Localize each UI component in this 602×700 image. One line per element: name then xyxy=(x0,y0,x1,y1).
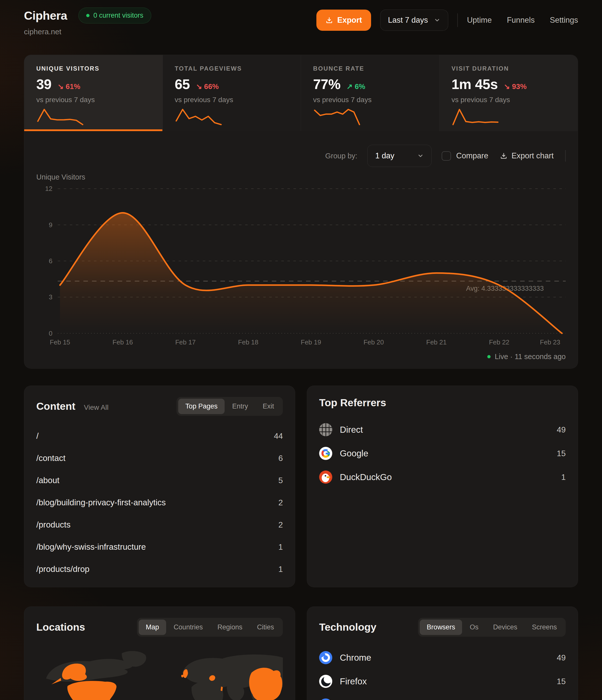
page-path: /products/drop xyxy=(36,564,90,574)
technology-card-title: Technology xyxy=(319,621,376,633)
referrer-count: 15 xyxy=(557,449,566,458)
chevron-down-icon xyxy=(434,17,441,23)
page-count: 2 xyxy=(278,498,283,507)
page-count: 5 xyxy=(278,476,283,485)
technology-tabs: Browsers Os Devices Screens xyxy=(418,618,566,637)
tab-browsers[interactable]: Browsers xyxy=(420,620,462,635)
header-nav: Uptime Funnels Settings xyxy=(467,16,578,25)
stat-label: UNIQUE VISITORS xyxy=(36,65,150,72)
brand-block: Ciphera 0 current visitors ciphera.net xyxy=(24,7,151,36)
group-by-select[interactable]: 1 day xyxy=(367,145,432,167)
page-count: 1 xyxy=(278,565,283,574)
compare-toggle[interactable]: Compare xyxy=(442,151,488,160)
browser-count: 49 xyxy=(557,653,566,662)
live-dot-icon xyxy=(487,355,491,358)
content-tabs: Top Pages Entry Exit xyxy=(176,397,283,416)
browser-count: 15 xyxy=(557,677,566,686)
nav-item-uptime[interactable]: Uptime xyxy=(467,16,492,25)
svg-text:Feb 20: Feb 20 xyxy=(363,339,384,346)
stat-delta: ↘ 66% xyxy=(196,82,219,91)
browser-row-firefox[interactable]: Firefox 15 xyxy=(319,670,566,693)
compare-label: Compare xyxy=(456,151,488,160)
stat-delta: ↘ 93% xyxy=(504,82,527,91)
compare-checkbox[interactable] xyxy=(442,151,451,160)
stat-compare-label: vs previous 7 days xyxy=(175,96,289,104)
technology-card: Technology Browsers Os Devices Screens C… xyxy=(307,606,578,700)
analytics-chart-card: UNIQUE VISITORS 39 ↘ 61% vs previous 7 d… xyxy=(24,55,578,369)
svg-text:Feb 19: Feb 19 xyxy=(301,339,321,346)
tab-top-pages[interactable]: Top Pages xyxy=(178,399,225,414)
referrer-row-google[interactable]: Google 15 xyxy=(319,442,566,465)
content-row[interactable]: /contact6 xyxy=(36,447,283,469)
middle-cards-grid: Content View All Top Pages Entry Exit /4… xyxy=(24,385,578,587)
chart-controls: Group by: 1 day Compare Export chart xyxy=(36,145,566,167)
current-visitors-label: 0 current visitors xyxy=(94,11,144,19)
content-row[interactable]: /about5 xyxy=(36,469,283,492)
tab-screens[interactable]: Screens xyxy=(525,620,564,635)
nav-item-funnels[interactable]: Funnels xyxy=(507,16,535,25)
page-count: 2 xyxy=(278,520,283,529)
sparkline-chart xyxy=(36,108,84,126)
tab-exit[interactable]: Exit xyxy=(256,399,281,414)
chart-body: Group by: 1 day Compare Export chart Uni… xyxy=(24,145,578,368)
referrer-label: Direct xyxy=(340,425,363,435)
visitors-line-chart[interactable]: Unique Visitors036912Avg: 4.333333333333… xyxy=(36,170,566,351)
page-count: 1 xyxy=(278,543,283,552)
stat-label: VISIT DURATION xyxy=(451,65,566,72)
chrome-icon xyxy=(319,651,332,664)
page-path: /blog/building-privacy-first-analytics xyxy=(36,498,166,507)
svg-text:Feb 17: Feb 17 xyxy=(175,339,196,346)
stat-compare-label: vs previous 7 days xyxy=(451,96,566,104)
svg-text:3: 3 xyxy=(49,293,52,301)
group-by-label: Group by: xyxy=(325,152,357,160)
page-path: /products xyxy=(36,520,71,529)
stat-delta: ↘ 61% xyxy=(57,82,80,91)
stat-compare-label: vs previous 7 days xyxy=(36,96,150,104)
browser-row-partial[interactable] xyxy=(319,693,566,700)
stat-tile-total-pageviews[interactable]: TOTAL PAGEVIEWS 65 ↘ 66% vs previous 7 d… xyxy=(162,55,301,131)
sparkline-chart xyxy=(313,108,361,126)
stat-label: BOUNCE RATE xyxy=(313,65,427,72)
stat-value: 65 xyxy=(175,76,190,92)
referrer-label: DuckDuckGo xyxy=(340,472,392,482)
content-row[interactable]: /products2 xyxy=(36,514,283,536)
sparkline-chart xyxy=(451,108,499,126)
download-icon xyxy=(500,152,507,159)
content-row[interactable]: /44 xyxy=(36,425,283,447)
live-status-text: Live · 11 seconds ago xyxy=(495,352,566,361)
content-row[interactable]: /products/drop1 xyxy=(36,558,283,580)
locations-card: Locations Map Countries Regions Cities xyxy=(24,606,295,700)
tab-countries[interactable]: Countries xyxy=(167,620,210,635)
stat-tile-bounce-rate[interactable]: BOUNCE RATE 77% ↗ 6% vs previous 7 days xyxy=(301,55,440,131)
tab-os[interactable]: Os xyxy=(462,620,485,635)
tab-map[interactable]: Map xyxy=(139,620,166,635)
stat-tile-unique-visitors[interactable]: UNIQUE VISITORS 39 ↘ 61% vs previous 7 d… xyxy=(24,55,162,131)
locations-tabs: Map Countries Regions Cities xyxy=(137,618,283,637)
content-row[interactable]: /blog/building-privacy-first-analytics2 xyxy=(36,492,283,514)
tab-regions[interactable]: Regions xyxy=(210,620,249,635)
referrer-row-duckduckgo[interactable]: DuckDuckGo 1 xyxy=(319,465,566,489)
green-dot-icon xyxy=(86,14,90,17)
world-map[interactable] xyxy=(36,646,283,700)
page-path: /contact xyxy=(36,453,66,463)
svg-text:6: 6 xyxy=(49,257,52,265)
chevron-down-icon xyxy=(417,153,424,159)
content-row[interactable]: /blog/why-swiss-infrastructure1 xyxy=(36,536,283,558)
page-count: 6 xyxy=(278,454,283,463)
browser-row-chrome[interactable]: Chrome 49 xyxy=(319,646,566,670)
export-chart-label: Export chart xyxy=(511,151,554,160)
svg-text:Feb 23: Feb 23 xyxy=(540,339,560,346)
tab-cities[interactable]: Cities xyxy=(250,620,281,635)
export-chart-button[interactable]: Export chart xyxy=(498,151,555,160)
nav-item-settings[interactable]: Settings xyxy=(550,16,578,25)
referrer-count: 49 xyxy=(557,425,566,434)
view-all-link[interactable]: View All xyxy=(84,403,109,411)
export-button[interactable]: Export xyxy=(317,9,371,31)
stat-tile-visit-duration[interactable]: VISIT DURATION 1m 45s ↘ 93% vs previous … xyxy=(440,55,578,131)
referrer-row-direct[interactable]: Direct 49 xyxy=(319,418,566,442)
tab-devices[interactable]: Devices xyxy=(486,620,524,635)
date-range-select[interactable]: Last 7 days xyxy=(380,9,449,31)
page-count: 44 xyxy=(274,431,283,441)
tab-entry[interactable]: Entry xyxy=(225,399,255,414)
referrers-card-title: Top Referrers xyxy=(319,397,386,409)
